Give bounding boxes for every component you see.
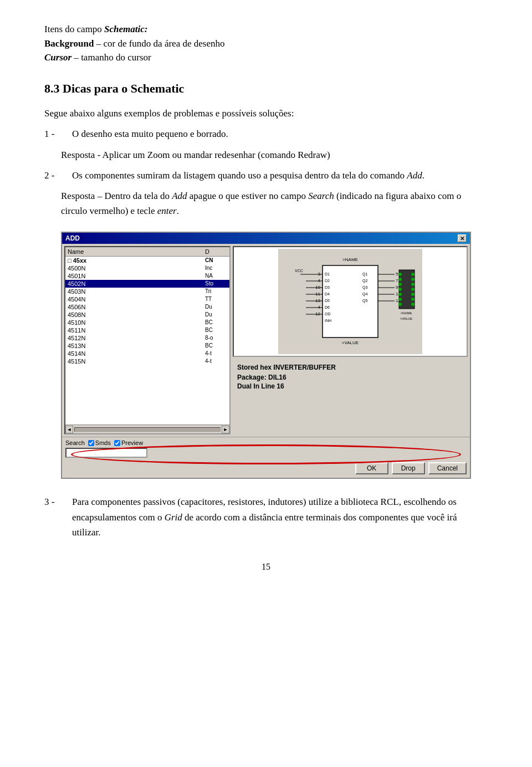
smds-checkbox[interactable]	[88, 440, 94, 446]
svg-point-55	[411, 293, 415, 296]
list-content-1: O desenho esta muito pequeno e borrado.	[72, 126, 488, 141]
svg-text:D4: D4	[325, 292, 330, 296]
dialog-title: ADD	[65, 234, 80, 242]
svg-text:OD: OD	[325, 312, 331, 316]
preview-panel: 3 4 10 11 13 4 12	[233, 246, 468, 434]
component-rows[interactable]: □ 45xxCN 4500NInc 4501NNA 4502NSto 4503N…	[65, 257, 229, 425]
page-number: 15	[44, 562, 488, 572]
section-intro: Segue abaixo alguns exemplos de problema…	[44, 106, 488, 121]
list-row[interactable]: 4510NBC	[65, 319, 229, 326]
list-row[interactable]: 4506NDu	[65, 303, 229, 311]
svg-point-54	[411, 288, 415, 291]
cancel-button[interactable]: Cancel	[428, 462, 467, 474]
component-list-panel: Name D □ 45xxCN 4500NInc 4501NNA 4502NSt…	[64, 246, 231, 434]
ok-button[interactable]: OK	[355, 462, 388, 474]
svg-text:Q4: Q4	[362, 292, 367, 296]
chip-package: Package: DIL16	[237, 374, 463, 381]
resposta-2: Resposta – Dentro da tela do Add apague …	[44, 188, 488, 218]
list-row[interactable]: □ 45xxCN	[65, 257, 229, 264]
chip-info-area: Stored hex INVERTER/BUFFER Package: DIL1…	[233, 359, 468, 434]
drop-button[interactable]: Drop	[392, 462, 425, 474]
list-row[interactable]: 4502NSto	[65, 280, 229, 288]
list-row[interactable]: 4515N4-t	[65, 357, 229, 365]
dialog-buttons: OK Drop Cancel	[62, 460, 470, 478]
smds-checkbox-label: Smds	[88, 439, 111, 446]
chip-dual: Dual In Line 16	[237, 382, 463, 390]
svg-text:Q3: Q3	[362, 285, 367, 290]
svg-point-47	[398, 288, 402, 291]
section-heading: 8.3 Dicas para o Schematic	[44, 80, 488, 98]
horizontal-scrollbar[interactable]: ◄ ►	[65, 425, 229, 433]
list-item-3: 3 - Para componentes passivos (capacitor…	[44, 494, 488, 540]
scroll-left-btn[interactable]: ◄	[65, 426, 73, 433]
svg-point-45	[398, 278, 402, 281]
list-row[interactable]: 4511NBC	[65, 326, 229, 334]
svg-point-48	[398, 293, 402, 296]
svg-rect-1	[323, 265, 378, 338]
col-d-header: D	[205, 248, 227, 255]
list-num-3: 3 -	[44, 494, 72, 540]
scroll-right-btn[interactable]: ►	[222, 426, 229, 433]
svg-point-46	[398, 283, 402, 286]
intro-background-bold: Background	[44, 38, 94, 49]
list-item-1: 1 - O desenho esta muito pequeno e borra…	[44, 126, 488, 141]
list-item-2: 2 - Os componentes sumiram da listagem q…	[44, 168, 488, 183]
svg-text:9: 9	[396, 285, 398, 290]
list-row[interactable]: 4500NInc	[65, 264, 229, 272]
svg-point-50	[398, 303, 402, 306]
list-row[interactable]: 4512N8-o	[65, 334, 229, 342]
svg-point-56	[411, 298, 415, 301]
list-num-2: 2 -	[44, 168, 72, 183]
svg-text:Q5: Q5	[362, 299, 367, 303]
search-input[interactable]	[65, 448, 147, 458]
search-row-wrapper: Search Smds Preview	[65, 439, 467, 458]
list-row[interactable]: 4508NDu	[65, 311, 229, 319]
dialog-close-button[interactable]: ✕	[458, 234, 467, 242]
svg-text:D2: D2	[325, 279, 330, 283]
dialog-titlebar: ADD ✕	[62, 233, 470, 244]
svg-text:>VALUE: >VALUE	[342, 340, 359, 345]
list-num-1: 1 -	[44, 126, 72, 141]
svg-point-49	[398, 298, 402, 301]
list-header: Name D	[65, 247, 229, 257]
list-row[interactable]: 4514N4-t	[65, 350, 229, 357]
svg-text:Q1: Q1	[362, 272, 367, 277]
intro-paragraph: Itens do campo Schematic: Background – c…	[44, 22, 488, 65]
svg-point-52	[411, 278, 415, 281]
svg-text:D6: D6	[325, 305, 330, 309]
intro-italic-schematic: Schematic:	[104, 24, 147, 34]
search-row[interactable]: Search Smds Preview	[65, 439, 467, 446]
list-row[interactable]: 4513NBC	[65, 342, 229, 350]
svg-text:>NAME: >NAME	[342, 257, 358, 262]
resposta-1: Resposta - Aplicar um Zoom ou mandar red…	[44, 147, 488, 162]
svg-text:INH: INH	[325, 319, 331, 323]
preview-checkbox[interactable]	[114, 440, 120, 446]
dialog-wrapper: ADD ✕ Name D □ 45xxCN 4500NInc 4501NNA 4…	[44, 232, 488, 479]
preview-checkbox-label: Preview	[114, 439, 143, 446]
svg-text:Q2: Q2	[362, 279, 367, 283]
svg-text:7: 7	[396, 278, 398, 283]
svg-text:5: 5	[396, 272, 398, 277]
svg-text:>VALUE: >VALUE	[400, 317, 413, 320]
add-dialog: ADD ✕ Name D □ 45xxCN 4500NInc 4501NNA 4…	[61, 232, 471, 479]
chip-preview-area: 3 4 10 11 13 4 12	[233, 246, 468, 357]
list-row[interactable]: 4501NNA	[65, 272, 229, 280]
chip-title: Stored hex INVERTER/BUFFER	[237, 364, 463, 371]
svg-text:D5: D5	[325, 299, 330, 303]
scroll-track[interactable]	[74, 427, 221, 432]
svg-point-53	[411, 283, 415, 286]
search-label: Search	[65, 439, 85, 446]
list-content-3: Para componentes passivos (capacitores, …	[72, 494, 488, 540]
list-content-2: Os componentes sumiram da listagem quand…	[72, 168, 488, 183]
intro-italic-cursor: Cursor	[44, 52, 71, 63]
svg-point-44	[398, 273, 402, 276]
chip-diagram-svg: 3 4 10 11 13 4 12	[278, 249, 422, 354]
col-name-header: Name	[68, 248, 205, 255]
svg-point-51	[411, 273, 415, 276]
dialog-body: Name D □ 45xxCN 4500NInc 4501NNA 4502NSt…	[62, 244, 470, 437]
list-row[interactable]: 4503NTri	[65, 288, 229, 295]
svg-text:D3: D3	[325, 285, 330, 289]
svg-text:D1: D1	[325, 272, 330, 276]
list-row[interactable]: 4504NTT	[65, 295, 229, 303]
svg-text:VCC: VCC	[295, 269, 303, 273]
